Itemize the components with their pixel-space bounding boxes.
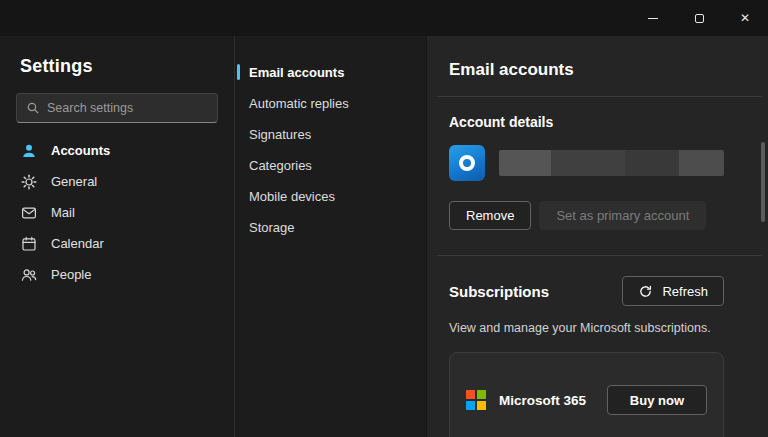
sidebar-item-label: Calendar [51, 236, 104, 251]
outlook-ring [459, 155, 475, 171]
search-box[interactable] [16, 93, 218, 123]
subscriptions-description: View and manage your Microsoft subscript… [449, 321, 752, 335]
sidebar: Settings Accounts [0, 36, 234, 437]
calendar-icon [20, 236, 38, 252]
nav-item-email-accounts[interactable]: Email accounts [235, 57, 426, 88]
gear-icon [20, 174, 38, 190]
sidebar-item-label: People [51, 267, 91, 282]
refresh-button[interactable]: Refresh [622, 276, 724, 306]
sidebar-item-people[interactable]: People [0, 259, 234, 290]
close-button[interactable]: ✕ [722, 0, 768, 36]
settings-frame: Settings Accounts [0, 36, 768, 437]
refresh-icon [638, 284, 653, 299]
nav-item-signatures[interactable]: Signatures [235, 119, 426, 150]
nav-item-label: Signatures [249, 127, 311, 142]
product-name: Microsoft 365 [499, 393, 586, 408]
sidebar-item-label: General [51, 174, 97, 189]
envelope-icon [20, 205, 38, 221]
product: Microsoft 365 [466, 390, 586, 410]
account-name-redacted [499, 150, 724, 176]
people-icon [20, 267, 38, 283]
nav-item-label: Automatic replies [249, 96, 349, 111]
refresh-label: Refresh [662, 284, 708, 299]
settings-window: ✕ Settings [0, 0, 768, 437]
search-input[interactable] [47, 101, 208, 115]
nav-item-automatic-replies[interactable]: Automatic replies [235, 88, 426, 119]
divider [437, 96, 762, 97]
account-actions: Remove Set as primary account [449, 201, 752, 230]
sidebar-item-accounts[interactable]: Accounts [0, 135, 234, 166]
sidebar-item-general[interactable]: General [0, 166, 234, 197]
accounts-subnav: Email accounts Automatic replies Signatu… [234, 36, 426, 437]
subscriptions-header-row: Subscriptions Refresh [449, 276, 724, 306]
minimize-icon [648, 18, 658, 19]
maximize-button[interactable] [676, 0, 722, 36]
nav-item-storage[interactable]: Storage [235, 212, 426, 243]
person-icon [20, 143, 38, 159]
titlebar: ✕ [0, 0, 768, 36]
nav-item-mobile-devices[interactable]: Mobile devices [235, 181, 426, 212]
nav-item-label: Categories [249, 158, 312, 173]
nav-item-label: Mobile devices [249, 189, 335, 204]
main-panel: Email accounts Account details Remove Se… [426, 36, 768, 437]
maximize-icon [695, 14, 704, 23]
nav-item-categories[interactable]: Categories [235, 150, 426, 181]
remove-button[interactable]: Remove [449, 201, 531, 230]
minimize-button[interactable] [630, 0, 676, 36]
divider [437, 255, 762, 256]
settings-title: Settings [0, 56, 234, 77]
subscriptions-heading: Subscriptions [449, 283, 549, 300]
sidebar-item-mail[interactable]: Mail [0, 197, 234, 228]
microsoft-logo-icon [466, 390, 486, 410]
sidebar-item-label: Mail [51, 205, 75, 220]
sidebar-item-calendar[interactable]: Calendar [0, 228, 234, 259]
outlook-icon [449, 145, 485, 181]
set-primary-button[interactable]: Set as primary account [539, 201, 706, 230]
close-icon: ✕ [740, 12, 750, 24]
sidebar-nav: Accounts Ge [0, 135, 234, 290]
sidebar-item-label: Accounts [51, 143, 110, 158]
account-row [449, 145, 724, 181]
account-details-heading: Account details [449, 114, 752, 130]
nav-item-label: Storage [249, 220, 295, 235]
buy-now-button[interactable]: Buy now [607, 385, 707, 415]
nav-item-label: Email accounts [249, 65, 344, 80]
subscription-card: Microsoft 365 Buy now [449, 352, 724, 437]
search-icon [26, 101, 40, 115]
scrollbar-thumb[interactable] [761, 142, 765, 222]
page-title: Email accounts [449, 36, 752, 96]
